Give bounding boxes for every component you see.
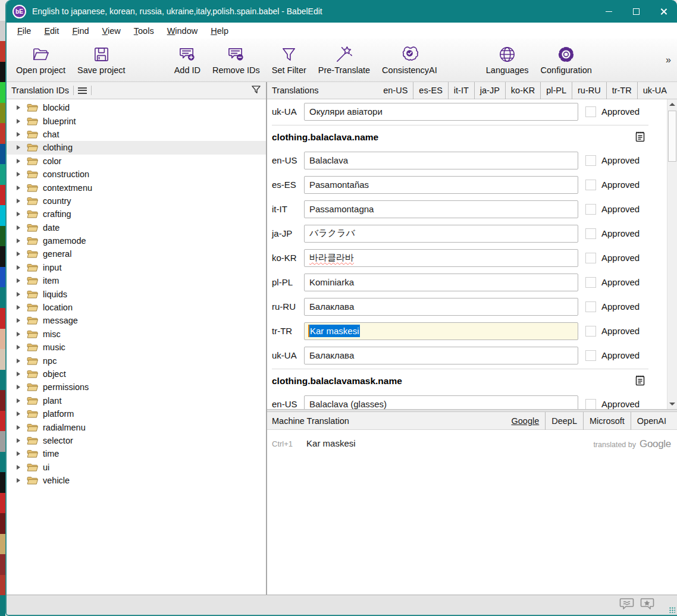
translation-input[interactable]: Balaclava — [304, 152, 578, 169]
menu-item[interactable]: File — [11, 24, 37, 37]
expand-arrow-icon[interactable] — [17, 172, 20, 177]
tree-item[interactable]: platform — [7, 407, 266, 420]
translation-input[interactable]: バラクラバ — [304, 225, 578, 243]
expand-arrow-icon[interactable] — [17, 292, 20, 297]
expand-arrow-icon[interactable] — [17, 278, 20, 283]
add-id-button[interactable]: Add ID — [168, 43, 206, 77]
language-tab[interactable]: ja-JP — [474, 82, 505, 99]
tree-item[interactable]: blockid — [7, 101, 266, 114]
tree-item[interactable]: message — [7, 314, 266, 327]
language-tab[interactable]: ru-RU — [572, 82, 606, 99]
expand-arrow-icon[interactable] — [17, 159, 20, 164]
tree-item[interactable]: gamemode — [7, 234, 266, 247]
tree-item[interactable]: liquids — [7, 287, 266, 300]
tree-item[interactable]: music — [7, 341, 266, 354]
expand-arrow-icon[interactable] — [17, 132, 20, 137]
tree-item[interactable]: radialmenu — [7, 420, 266, 433]
save-project-button[interactable]: Save project — [71, 43, 131, 77]
expand-arrow-icon[interactable] — [17, 145, 20, 150]
translation-input[interactable]: Балаклава — [304, 347, 578, 364]
approved-checkbox[interactable] — [585, 326, 596, 337]
expand-arrow-icon[interactable] — [17, 345, 20, 350]
toolbar-overflow-button[interactable]: » — [666, 55, 671, 65]
expand-arrow-icon[interactable] — [17, 119, 20, 124]
close-button[interactable] — [650, 0, 677, 23]
remove-ids-button[interactable]: Remove IDs — [206, 43, 266, 77]
expand-arrow-icon[interactable] — [17, 372, 20, 376]
expand-arrow-icon[interactable] — [17, 238, 20, 243]
expand-arrow-icon[interactable] — [17, 186, 20, 190]
tree-item[interactable]: country — [7, 194, 266, 208]
approved-checkbox[interactable] — [585, 180, 596, 190]
rate-app-button[interactable] — [640, 598, 654, 612]
tree-item[interactable]: item — [7, 274, 266, 287]
scrollbar-thumb[interactable] — [668, 111, 676, 162]
resize-grip[interactable] — [669, 607, 675, 613]
open-project-button[interactable]: Open project — [10, 43, 71, 77]
menu-item[interactable]: Edit — [37, 24, 65, 37]
tree-item[interactable]: npc — [7, 354, 266, 367]
expand-arrow-icon[interactable] — [17, 225, 20, 230]
tree-item[interactable]: input — [7, 261, 266, 274]
expand-arrow-icon[interactable] — [17, 398, 20, 403]
expand-arrow-icon[interactable] — [17, 451, 20, 456]
approved-checkbox[interactable] — [585, 253, 596, 263]
tree-item[interactable]: time — [7, 447, 266, 460]
tree-item[interactable]: plant — [7, 394, 266, 407]
tree-item[interactable]: general — [7, 247, 266, 260]
scroll-up-button[interactable] — [667, 99, 677, 109]
notes-button[interactable] — [635, 375, 645, 388]
tree-item[interactable]: object — [7, 367, 266, 381]
languages-button[interactable]: Languages — [480, 43, 535, 77]
language-tab[interactable]: uk-UA — [637, 82, 672, 99]
title-bar[interactable]: bE English to japanese, korean, russia, … — [7, 0, 677, 23]
approved-checkbox[interactable] — [585, 277, 596, 288]
tree-item[interactable]: misc — [7, 328, 266, 341]
approved-checkbox[interactable] — [585, 399, 596, 410]
expand-arrow-icon[interactable] — [17, 265, 20, 270]
expand-arrow-icon[interactable] — [17, 359, 20, 363]
tree-item[interactable]: construction — [7, 168, 266, 181]
approved-checkbox[interactable] — [585, 301, 596, 312]
expand-arrow-icon[interactable] — [17, 478, 20, 483]
menu-item[interactable]: Window — [161, 24, 205, 37]
tree-item[interactable]: permissions — [7, 381, 266, 394]
expand-arrow-icon[interactable] — [17, 411, 20, 416]
translation-input[interactable]: Passamontagna — [304, 200, 578, 218]
tree-filter-button[interactable] — [251, 84, 261, 97]
tree-item[interactable]: location — [7, 301, 266, 314]
translation-input[interactable]: Балаклава — [304, 298, 578, 316]
expand-arrow-icon[interactable] — [17, 438, 20, 443]
translation-input[interactable]: Balaclava (glasses) — [304, 395, 578, 410]
translation-input[interactable]: 바라클라바 — [304, 249, 578, 267]
translation-input[interactable]: Pasamontañas — [304, 176, 578, 194]
tree-item[interactable]: blueprint — [7, 114, 266, 127]
menu-item[interactable]: View — [96, 24, 127, 37]
menu-item[interactable]: Tools — [127, 24, 161, 37]
language-tab[interactable]: es-ES — [413, 82, 448, 99]
approved-checkbox[interactable] — [585, 228, 596, 239]
tree-item[interactable]: color — [7, 155, 266, 168]
tree-menu-icon[interactable] — [78, 87, 87, 94]
language-tab[interactable]: ko-KR — [505, 82, 540, 99]
minimize-button[interactable] — [595, 0, 622, 23]
tree-item[interactable]: crafting — [7, 208, 266, 221]
expand-arrow-icon[interactable] — [17, 199, 20, 203]
language-tab[interactable]: pl-PL — [540, 82, 572, 99]
scroll-down-button[interactable] — [667, 399, 677, 409]
language-tab[interactable]: en-US — [378, 82, 413, 99]
expand-arrow-icon[interactable] — [17, 305, 20, 310]
approved-checkbox[interactable] — [585, 106, 596, 117]
tree-item[interactable]: chat — [7, 128, 266, 141]
tree-item[interactable]: date — [7, 221, 266, 234]
mt-provider-tab[interactable]: DeepL — [545, 412, 583, 430]
approved-checkbox[interactable] — [585, 204, 596, 215]
vertical-scrollbar[interactable] — [667, 99, 677, 409]
expand-arrow-icon[interactable] — [17, 105, 20, 110]
menu-item[interactable]: Help — [204, 24, 235, 37]
pre-translate-button[interactable]: Pre-Translate — [312, 43, 376, 77]
approved-checkbox[interactable] — [585, 155, 596, 166]
tree-item[interactable]: ui — [7, 461, 266, 474]
configuration-button[interactable]: Configuration — [535, 43, 598, 77]
expand-arrow-icon[interactable] — [17, 465, 20, 470]
